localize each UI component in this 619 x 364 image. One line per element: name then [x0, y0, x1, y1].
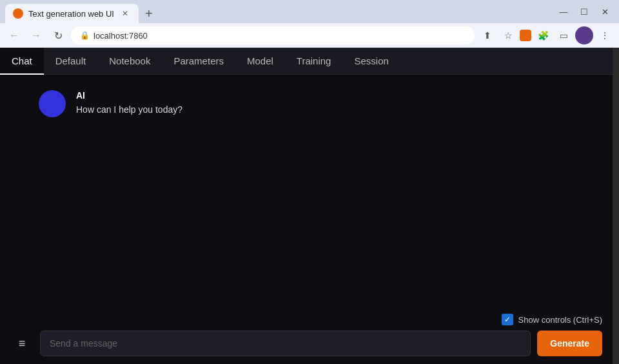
new-tab-button[interactable]: +	[139, 4, 159, 23]
back-button[interactable]: ←	[5, 26, 23, 44]
message-input[interactable]	[40, 330, 531, 356]
forward-button[interactable]: →	[27, 26, 45, 44]
address-bar: ← → ↻ 🔒 localhost:7860 ⬆ ☆ 🧩 ▭ ⋮	[0, 23, 619, 48]
scrollbar[interactable]	[613, 48, 619, 364]
tab-parameters[interactable]: Parameters	[162, 48, 235, 75]
tab-notebook[interactable]: Notebook	[97, 48, 162, 75]
close-button[interactable]: ✕	[596, 3, 614, 21]
browser-tab-active[interactable]: Text generation web UI ✕	[5, 4, 139, 23]
message-row: AI How can I help you today?	[39, 90, 574, 117]
puzzle-button[interactable]: 🧩	[534, 26, 552, 44]
tab-title: Text generation web UI	[28, 9, 114, 19]
url-bar[interactable]: 🔒 localhost:7860	[71, 26, 475, 44]
input-row: ≡ Generate	[10, 330, 602, 356]
message-content: AI How can I help you today?	[76, 90, 182, 117]
maximize-button[interactable]: ☐	[575, 3, 593, 21]
tab-favicon	[13, 8, 23, 19]
tab-training[interactable]: Training	[285, 48, 343, 75]
app-container: Chat Default Notebook Parameters Model T…	[0, 48, 613, 364]
tab-close-button[interactable]: ✕	[119, 8, 131, 19]
avatar	[39, 90, 66, 117]
show-controls-checkbox-wrapper[interactable]: ✓ Show controls (Ctrl+S)	[502, 314, 602, 325]
tab-bar: Text generation web UI ✕ +	[5, 0, 159, 23]
browser-chrome: Text generation web UI ✕ + — ☐ ✕ ← → ↻ 🔒…	[0, 0, 619, 48]
app-tabs: Chat Default Notebook Parameters Model T…	[0, 48, 613, 75]
browser-actions: ⬆ ☆ 🧩 ▭ ⋮	[478, 26, 614, 44]
lock-icon: 🔒	[80, 31, 90, 40]
message-sender: AI	[76, 90, 182, 101]
tab-session[interactable]: Session	[342, 48, 400, 75]
extension-icon	[520, 30, 531, 41]
bottom-area: ✓ Show controls (Ctrl+S) ≡ Generate	[0, 309, 613, 364]
window-controls: — ☐ ✕	[555, 3, 614, 21]
page-wrapper: Text generation web UI ✕ + — ☐ ✕ ← → ↻ 🔒…	[0, 0, 619, 364]
bookmark-button[interactable]: ☆	[499, 26, 517, 44]
refresh-button[interactable]: ↻	[49, 26, 67, 44]
chat-area: AI How can I help you today?	[0, 75, 613, 309]
sidebar-button[interactable]: ▭	[555, 26, 573, 44]
share-button[interactable]: ⬆	[478, 26, 496, 44]
show-controls-label: Show controls (Ctrl+S)	[518, 315, 602, 325]
profile-button[interactable]	[575, 26, 593, 44]
tab-model[interactable]: Model	[235, 48, 285, 75]
minimize-button[interactable]: —	[555, 3, 573, 21]
generate-button[interactable]: Generate	[537, 330, 602, 356]
tab-chat[interactable]: Chat	[0, 48, 44, 75]
browser-content-row: Chat Default Notebook Parameters Model T…	[0, 48, 619, 364]
url-text: localhost:7860	[93, 31, 148, 41]
tab-default[interactable]: Default	[44, 48, 98, 75]
message-text: How can I help you today?	[76, 103, 182, 117]
title-bar: Text generation web UI ✕ + — ☐ ✕	[0, 0, 619, 23]
show-controls-checkbox[interactable]: ✓	[502, 314, 513, 325]
show-controls-row: ✓ Show controls (Ctrl+S)	[10, 314, 602, 325]
menu-dots-button[interactable]: ⋮	[596, 26, 614, 44]
hamburger-menu-button[interactable]: ≡	[10, 332, 34, 355]
